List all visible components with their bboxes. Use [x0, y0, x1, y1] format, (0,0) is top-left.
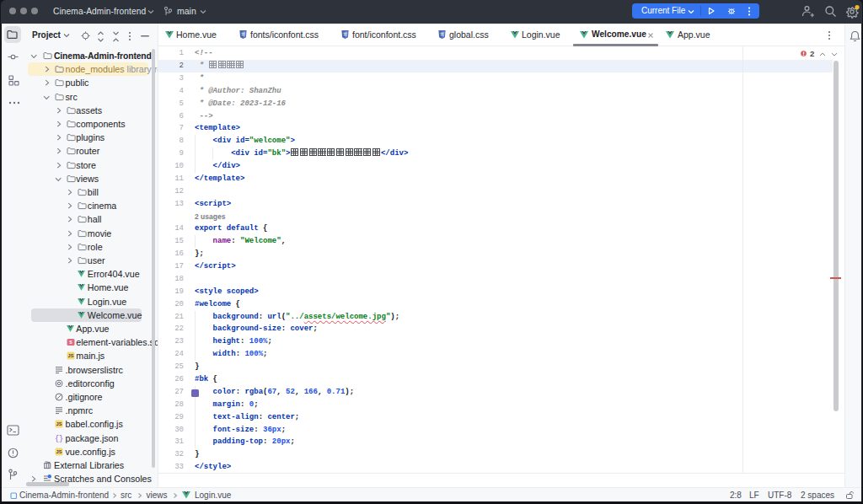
svg-text:JS: JS: [56, 422, 62, 427]
svg-text:JS: JS: [67, 354, 73, 359]
svg-text:{}: {}: [55, 435, 63, 442]
svg-text:JS: JS: [56, 449, 62, 454]
